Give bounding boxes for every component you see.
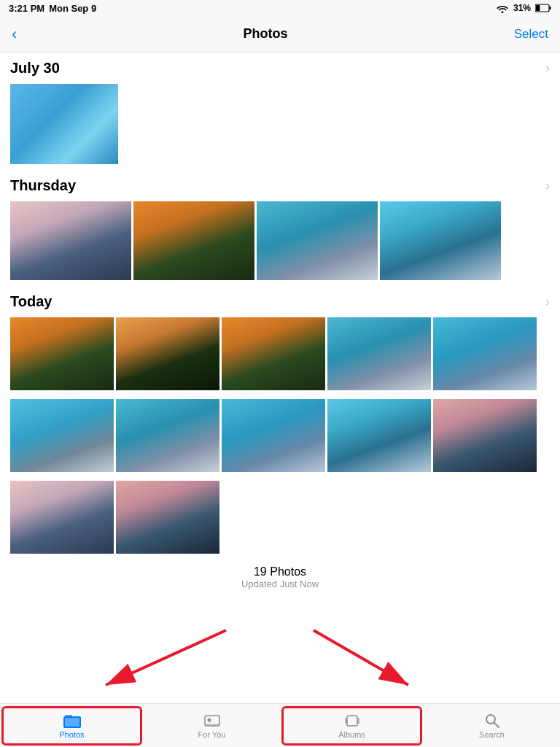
grid-today-row3	[0, 478, 560, 560]
photo-today-8[interactable]	[222, 399, 325, 472]
svg-rect-12	[205, 724, 219, 726]
tab-search[interactable]: Search	[424, 708, 560, 743]
status-right: 31%	[496, 3, 551, 13]
svg-rect-8	[65, 715, 72, 718]
svg-rect-13	[347, 716, 357, 726]
photo-today-3[interactable]	[222, 317, 325, 390]
section-july30-chevron: ›	[545, 61, 550, 76]
tab-foryou[interactable]: For You	[144, 708, 280, 743]
status-bar: 3:21 PM Mon Sep 9 31%	[0, 0, 560, 16]
grid-today-row2	[0, 396, 560, 478]
photo-today-6[interactable]	[10, 399, 114, 472]
section-today-title: Today	[10, 293, 52, 310]
page-title: Photos	[244, 26, 288, 42]
count-info: 19 Photos Updated Just Now	[0, 560, 560, 592]
photo-today-7[interactable]	[116, 399, 219, 472]
grid-thursday	[0, 198, 560, 286]
tab-photos-label: Photos	[59, 730, 84, 739]
search-icon	[484, 713, 500, 729]
photo-count: 19 Photos	[0, 565, 560, 578]
albums-icon	[343, 713, 361, 729]
photo-thu-3[interactable]	[257, 201, 378, 280]
photo-today-2[interactable]	[116, 317, 219, 390]
select-button[interactable]: Select	[514, 27, 548, 42]
battery-icon	[535, 4, 551, 12]
tab-foryou-label: For You	[198, 730, 226, 739]
date: Mon Sep 9	[49, 3, 96, 14]
svg-rect-16	[346, 719, 348, 722]
section-july30-header[interactable]: July 30 ›	[0, 53, 560, 81]
time: 3:21 PM	[9, 3, 44, 14]
foryou-icon	[203, 713, 221, 729]
section-today-header[interactable]: Today ›	[0, 286, 560, 314]
photo-today-4[interactable]	[327, 317, 431, 390]
svg-rect-2	[536, 5, 540, 11]
bottom-tab-bar: Photos For You Albums Search	[0, 703, 560, 747]
svg-rect-1	[550, 7, 551, 10]
tab-photos[interactable]: Photos	[1, 706, 142, 746]
tab-search-label: Search	[479, 730, 505, 739]
grid-today-row1	[0, 314, 560, 396]
grid-july30	[0, 81, 560, 170]
photo-today-12[interactable]	[116, 481, 219, 554]
status-left: 3:21 PM Mon Sep 9	[9, 3, 96, 14]
tab-albums[interactable]: Albums	[281, 706, 422, 746]
photo-today-1[interactable]	[10, 317, 114, 390]
section-thursday-title: Thursday	[10, 177, 76, 194]
section-thursday-header[interactable]: Thursday ›	[0, 170, 560, 198]
tab-albums-label: Albums	[338, 730, 365, 739]
photo-today-11[interactable]	[10, 481, 114, 554]
update-status: Updated Just Now	[0, 578, 560, 589]
section-today-chevron: ›	[545, 294, 550, 309]
photo-today-10[interactable]	[433, 399, 537, 472]
section-thursday-chevron: ›	[545, 178, 550, 193]
photo-thu-4[interactable]	[380, 201, 501, 280]
photo-thu-1[interactable]	[10, 201, 131, 280]
svg-line-19	[494, 722, 499, 727]
photo-thu-2[interactable]	[133, 201, 254, 280]
battery-level: 31%	[513, 3, 531, 13]
nav-bar: ‹ Photos Select	[0, 16, 560, 53]
section-july30-title: July 30	[10, 60, 60, 77]
svg-rect-17	[357, 719, 358, 722]
svg-rect-9	[65, 718, 79, 727]
wifi-icon	[496, 4, 509, 13]
photo-pool[interactable]	[10, 84, 118, 164]
photos-icon	[63, 713, 82, 729]
back-button[interactable]: ‹	[12, 25, 17, 44]
photo-today-9[interactable]	[327, 399, 431, 472]
svg-point-11	[207, 718, 211, 721]
main-content: July 30 › Thursday › Today ›	[0, 53, 560, 703]
photo-today-5[interactable]	[433, 317, 537, 390]
